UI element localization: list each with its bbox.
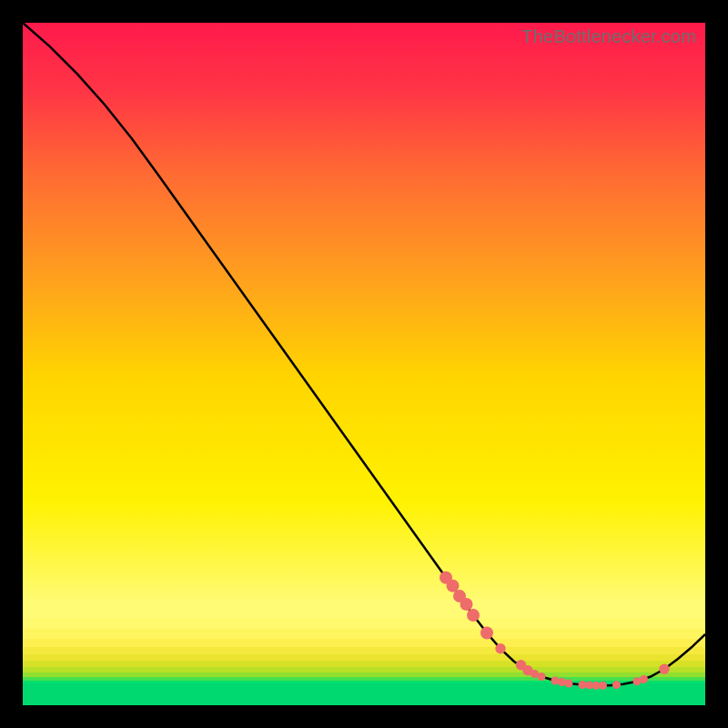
scatter-dot [480, 627, 493, 640]
scatter-dot [538, 672, 546, 681]
plot-area: TheBottlenecker.com [23, 23, 705, 705]
scatter-dot [659, 664, 669, 674]
scatter-dot [460, 598, 473, 611]
scatter-dot [495, 643, 505, 653]
chart-stage: TheBottlenecker.com [0, 0, 728, 728]
scatter-dot [565, 680, 573, 688]
scatter-dot [558, 678, 566, 686]
scatter-dot [467, 609, 480, 622]
scatter-dot [640, 675, 648, 683]
scatter-dot [599, 682, 607, 690]
bottleneck-curve [23, 23, 705, 685]
curve-layer [23, 23, 705, 705]
scatter-dot [612, 681, 621, 689]
scatter-dots [440, 571, 670, 690]
scatter-dot [551, 677, 560, 685]
